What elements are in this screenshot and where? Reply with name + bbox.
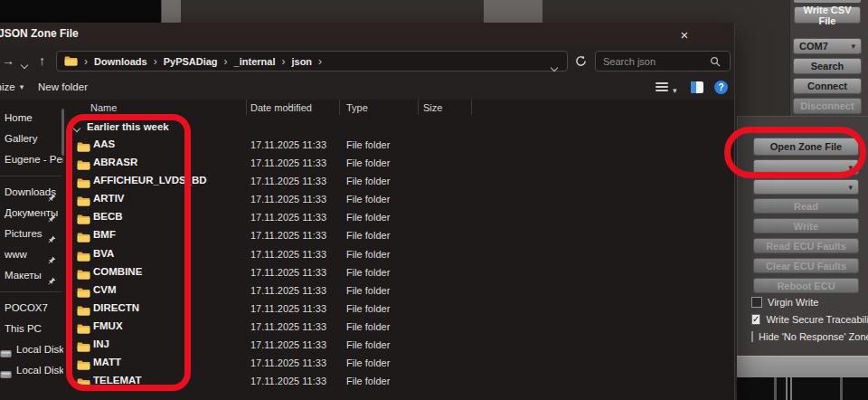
table-cell-divider [840, 377, 843, 400]
breadcrumb-segment[interactable]: PyPSADiag › [164, 55, 234, 68]
file-date-modified: 17.11.2025 11:33 [250, 249, 326, 260]
dialog-title: Open JSON Zone File [0, 27, 79, 40]
column-header-name[interactable]: Name [90, 102, 117, 113]
checkbox-row[interactable]: ✓ Write Secure Traceability [751, 312, 867, 327]
checkbox[interactable]: ✓ [751, 331, 753, 342]
write-csv-file-button[interactable]: Write CSV File [794, 6, 861, 24]
sidebar-item[interactable]: Local Disk (D:) [0, 360, 63, 381]
recent-locations-chevron-icon[interactable] [22, 57, 27, 70]
column-divider[interactable] [471, 100, 472, 115]
sidebar-item[interactable]: This PC [0, 319, 63, 339]
sidebar-item[interactable] [0, 286, 63, 298]
up-arrow-icon[interactable]: ↑ [39, 54, 45, 67]
file-row[interactable]: MATT 17.11.2025 11:33 File folder [65, 354, 735, 372]
file-list: AAS 17.11.2025 11:33 File folder ABRASR … [65, 136, 735, 390]
forward-arrow-icon[interactable]: → [2, 54, 14, 67]
sidebar-item-label: Pictures [5, 228, 42, 239]
sidebar-item[interactable]: Gallery [0, 129, 63, 149]
search-button[interactable]: Search [793, 58, 862, 74]
file-row[interactable]: BVA 17.11.2025 11:33 File folder [65, 245, 735, 263]
disconnect-button[interactable]: Disconnect [793, 98, 862, 114]
ecu-action-button[interactable]: Read ECU Faults [753, 238, 859, 253]
file-row[interactable]: ABRASR 17.11.2025 11:33 File folder [65, 154, 735, 172]
file-row[interactable]: CVM 17.11.2025 11:33 File folder [65, 281, 735, 300]
sidebar-item[interactable]: Макеты [0, 265, 63, 286]
sidebar-item[interactable]: Документы [0, 203, 63, 224]
file-date-modified: 17.11.2025 11:33 [250, 157, 326, 168]
sidebar-item[interactable]: Home [0, 108, 63, 129]
address-bar[interactable]: › Downloads › PyPSADiag › _internal › js… [56, 51, 568, 71]
file-row[interactable]: ARTIV 17.11.2025 11:33 File folder [65, 190, 735, 208]
file-name: TELEMAT [93, 375, 141, 386]
sidebar-item-label: Home [5, 112, 33, 123]
sidebar-item[interactable]: Downloads [0, 182, 63, 203]
search-input[interactable] [603, 56, 710, 67]
zone-dropdown-2[interactable]: ▾ [753, 179, 859, 195]
sidebar-item-label: Gallery [5, 133, 37, 144]
ecu-action-button[interactable]: Read [753, 198, 859, 214]
dialog-navigation-bar: → ↑ › Downloads › PyPSADiag › _internal … [0, 46, 734, 77]
file-row[interactable]: BECB 17.11.2025 11:33 File folder [65, 208, 735, 226]
collapse-chevron-icon[interactable] [74, 119, 80, 135]
sidebar-item[interactable]: Eugene - Persor [0, 149, 63, 170]
new-folder-button[interactable]: New folder [38, 81, 88, 92]
sidebar-item[interactable]: Local Disk (C:) [0, 339, 63, 360]
search-box [595, 51, 731, 71]
file-row[interactable]: DIRECTN 17.11.2025 11:33 File folder [65, 300, 735, 318]
refresh-icon[interactable] [575, 54, 587, 71]
checkbox[interactable]: ✓ [751, 314, 760, 325]
file-row[interactable]: AAS 17.11.2025 11:33 File folder [65, 136, 735, 154]
sidebar-item[interactable] [0, 170, 63, 182]
sidebar-item[interactable]: POCOX7 [0, 298, 63, 319]
file-row[interactable]: BMF 17.11.2025 11:33 File folder [65, 226, 735, 244]
chevron-down-icon[interactable]: ▾ [673, 86, 677, 95]
breadcrumb-segment[interactable]: json › [291, 55, 328, 68]
file-date-modified: 17.11.2025 11:33 [250, 303, 326, 314]
folder-icon [77, 376, 90, 392]
zone-dropdown-1[interactable]: ▾ [753, 159, 859, 175]
background-app-scroll-band[interactable] [737, 356, 868, 377]
connect-button[interactable]: Connect [793, 78, 862, 94]
file-type: File folder [346, 376, 390, 386]
close-icon[interactable]: × [671, 23, 698, 46]
file-name: INJ [93, 338, 109, 349]
sidebar-item[interactable]: Pictures [0, 224, 63, 244]
file-row[interactable]: AFFICHEUR_LVDS_BD 17.11.2025 11:33 File … [65, 172, 735, 190]
list-group-header[interactable]: Earlier this week [65, 119, 169, 134]
com-port-value: COM7 [799, 41, 828, 52]
column-header-date-modified[interactable]: Date modified [250, 102, 312, 113]
file-row[interactable]: COMBINE 17.11.2025 11:33 File folder [65, 263, 735, 281]
preview-pane-icon[interactable] [691, 81, 703, 93]
open-zone-file-button[interactable]: Open Zone File [753, 138, 859, 156]
address-dropdown-chevron-icon[interactable] [552, 58, 557, 74]
folder-icon [64, 56, 78, 66]
breadcrumb-segment[interactable]: _internal › [234, 55, 292, 68]
file-name: FMUX [93, 320, 123, 331]
checkbox[interactable]: ✓ [751, 297, 762, 308]
file-row[interactable]: TELEMAT 17.11.2025 11:33 File folder [65, 372, 735, 390]
file-date-modified: 17.11.2025 11:33 [250, 285, 326, 296]
organize-menu-button[interactable]: Organize ▾ [0, 81, 24, 92]
ecu-action-button[interactable]: Clear ECU Faults [753, 258, 859, 273]
breadcrumb-segment[interactable]: Downloads › [94, 55, 164, 68]
help-icon[interactable]: ? [714, 81, 728, 94]
sidebar-item-label: POCOX7 [5, 302, 48, 313]
file-name: ARTIV [93, 193, 125, 204]
dialog-titlebar[interactable]: Open JSON Zone File × [0, 23, 734, 46]
column-header-type[interactable]: Type [346, 102, 368, 113]
com-port-dropdown[interactable]: COM7 ▾ [793, 38, 862, 54]
sidebar-item[interactable]: www [0, 244, 63, 265]
column-divider[interactable] [418, 100, 419, 115]
sidebar-scrollbar[interactable] [61, 109, 64, 156]
column-divider[interactable] [246, 100, 247, 115]
file-type: File folder [346, 339, 390, 350]
file-row[interactable]: FMUX 17.11.2025 11:33 File folder [65, 318, 735, 336]
view-mode-icon[interactable] [656, 82, 668, 93]
column-header-size[interactable]: Size [423, 102, 442, 113]
checkbox-row[interactable]: ✓ Hide 'No Response' Zones [751, 329, 867, 344]
ecu-action-button[interactable]: Write [753, 218, 859, 233]
checkbox-row[interactable]: ✓ Virgin Write [751, 295, 867, 310]
file-row[interactable]: INJ 17.11.2025 11:33 File folder [65, 336, 735, 354]
ecu-action-button[interactable]: Reboot ECU [753, 278, 859, 293]
column-divider[interactable] [339, 100, 340, 115]
